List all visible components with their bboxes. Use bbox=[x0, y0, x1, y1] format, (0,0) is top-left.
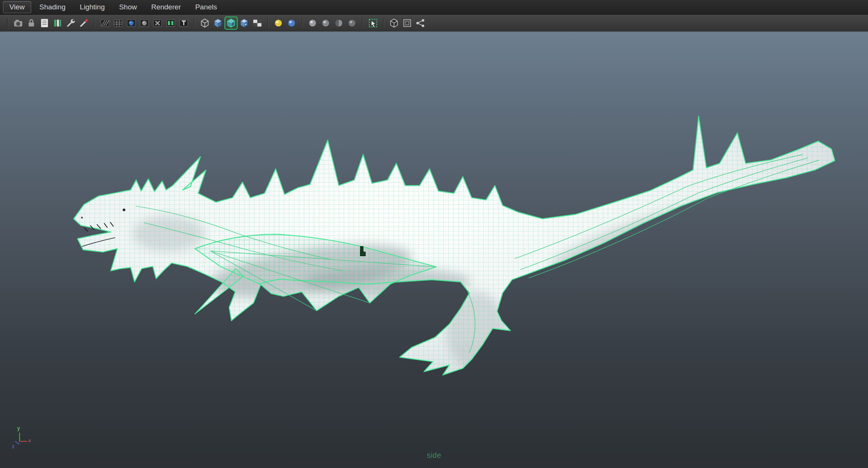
menu-item-renderer[interactable]: Renderer bbox=[145, 2, 187, 13]
view-label: side bbox=[0, 451, 868, 460]
toolbar-separator bbox=[267, 18, 268, 28]
use-default-material-icon[interactable] bbox=[252, 17, 263, 29]
smooth-shade-all-icon[interactable] bbox=[212, 17, 224, 29]
isolate-select-icon[interactable] bbox=[367, 17, 379, 29]
camera-attribute-editor-icon[interactable] bbox=[39, 17, 50, 29]
backface-culling-icon[interactable] bbox=[333, 17, 345, 29]
select-camera-icon[interactable] bbox=[12, 17, 24, 29]
toolbar-separator bbox=[94, 18, 95, 28]
axis-x-label: x bbox=[29, 438, 31, 443]
axis-z-label: z bbox=[12, 444, 14, 449]
wireframe-on-shaded-icon[interactable] bbox=[225, 17, 237, 29]
viewport[interactable]: y x z side bbox=[0, 32, 868, 468]
maya-viewport-panel: ViewShadingLightingShowRendererPanels bbox=[0, 0, 868, 468]
lock-camera-icon[interactable] bbox=[26, 17, 37, 29]
axis-x-arrow bbox=[19, 441, 27, 442]
menu-item-view[interactable]: View bbox=[3, 1, 31, 13]
use-all-lights-icon[interactable] bbox=[273, 17, 284, 29]
toolbar-separator bbox=[362, 18, 363, 28]
menu-item-shading[interactable]: Shading bbox=[33, 2, 72, 13]
wireframe-icon[interactable] bbox=[199, 17, 211, 29]
safe-title-icon[interactable] bbox=[178, 17, 190, 29]
plugin-shapes-icon[interactable] bbox=[401, 17, 413, 29]
film-gate-icon[interactable] bbox=[99, 17, 111, 29]
gate-mask-icon[interactable] bbox=[125, 17, 137, 29]
menu-bar: ViewShadingLightingShowRendererPanels bbox=[0, 0, 868, 15]
toolbar-separator bbox=[7, 18, 8, 28]
xray-active-components-icon[interactable] bbox=[320, 17, 332, 29]
menu-item-panels[interactable]: Panels bbox=[189, 2, 223, 13]
shadows-icon[interactable] bbox=[286, 17, 297, 29]
field-chart-icon[interactable] bbox=[139, 17, 150, 29]
dragon-model[interactable] bbox=[0, 32, 868, 468]
panel-toolbar bbox=[0, 15, 868, 32]
hardware-texturing-icon[interactable] bbox=[346, 17, 358, 29]
axis-y-label: y bbox=[17, 425, 20, 431]
textured-icon[interactable] bbox=[238, 17, 250, 29]
resolution-gate-icon[interactable] bbox=[112, 17, 124, 29]
menu-item-lighting[interactable]: Lighting bbox=[74, 2, 111, 13]
bookmarks-icon[interactable] bbox=[52, 17, 63, 29]
2d-pan-zoom-icon[interactable] bbox=[65, 17, 77, 29]
toolbar-separator bbox=[383, 18, 384, 28]
toolbar-separator bbox=[194, 18, 195, 28]
safe-action-icon[interactable] bbox=[152, 17, 163, 29]
plugin-objects-icon[interactable] bbox=[388, 17, 400, 29]
axis-y-arrow bbox=[19, 433, 20, 441]
xray-icon[interactable] bbox=[307, 17, 318, 29]
menu-item-show[interactable]: Show bbox=[113, 2, 143, 13]
heads-up-display-icon[interactable] bbox=[165, 17, 176, 29]
grease-pencil-icon[interactable] bbox=[78, 17, 90, 29]
toolbar-separator bbox=[301, 18, 303, 28]
viewport-renderer-icon[interactable] bbox=[414, 17, 426, 29]
